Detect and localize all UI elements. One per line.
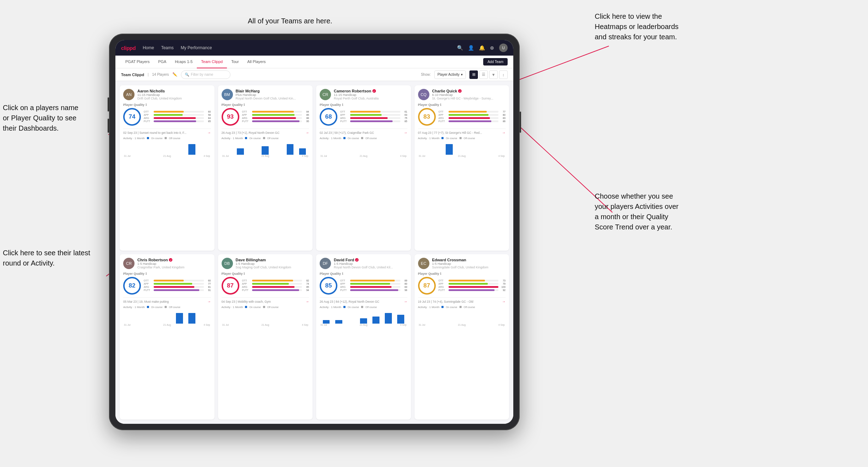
latest-round[interactable]: 07 Aug 23 | 77 (+7), St George's Hill GC… <box>418 129 506 135</box>
subnav-tour[interactable]: Tour <box>227 56 243 68</box>
oncourse-legend-dot <box>245 137 247 139</box>
latest-round[interactable]: 19 Jul 23 | 74 (+4), Sunningdale GC - Ol… <box>418 297 506 303</box>
round-arrow-icon[interactable]: → <box>502 300 506 303</box>
players-grid: AN Aaron Nicholls 11-15 Handicap Drift G… <box>115 81 513 424</box>
player-name[interactable]: Aaron Nicholls <box>137 89 211 93</box>
player-card[interactable]: EC Edward Crossman 1-5 Handicap Sunningd… <box>415 254 509 420</box>
profile-icon[interactable]: 👤 <box>468 45 474 51</box>
oncourse-legend-dot <box>343 306 346 308</box>
view-sort-button[interactable]: ↕ <box>499 70 508 79</box>
oncourse-legend-text: On course <box>151 306 162 308</box>
quality-section[interactable]: 82 OTT 60 APP 77 ARG 81 <box>123 277 211 295</box>
quality-circle[interactable]: 87 <box>418 277 436 295</box>
quality-section[interactable]: 87 OTT 82 APP 74 ARG 85 <box>222 277 309 295</box>
offcourse-legend-dot <box>165 137 167 139</box>
add-team-button[interactable]: Add Team <box>483 58 508 66</box>
quality-section[interactable]: 74 OTT 60 APP 58 ARG 84 <box>123 108 211 126</box>
search-icon[interactable]: 🔍 <box>457 45 463 51</box>
quality-bars: OTT 60 APP 77 ARG 81 PUTT 91 <box>144 279 211 292</box>
round-arrow-icon[interactable]: → <box>305 300 309 303</box>
player-card[interactable]: CQ Charlie Quick ✓ 6-10 Handicap St. Geo… <box>415 85 509 251</box>
nav-teams[interactable]: Teams <box>161 45 173 50</box>
quality-section[interactable]: 68 OTT 61 APP 63 ARG 75 <box>320 108 407 126</box>
player-card[interactable]: CR Chris Robertson ✓ 1-5 Handicap Craigm… <box>120 254 215 420</box>
player-card[interactable]: BM Blair McHarg Plus Handicap Royal Nort… <box>218 85 313 251</box>
quality-circle[interactable]: 87 <box>222 277 239 295</box>
bar-ott-row: OTT 89 <box>340 279 407 282</box>
player-name[interactable]: Edward Crossman <box>432 258 506 262</box>
player-handicap: 1-5 Handicap <box>334 262 407 266</box>
player-name[interactable]: Charlie Quick ✓ <box>432 89 506 93</box>
player-name[interactable]: Dave Billingham <box>236 258 309 262</box>
bar-arg-row: ARG 88 <box>242 117 309 119</box>
activity-section: Activity · 1 Month On course Off course … <box>123 137 211 159</box>
show-select[interactable]: Player Activity ▾ <box>434 70 466 79</box>
nav-my-performance[interactable]: My Performance <box>181 45 212 50</box>
quality-section[interactable]: 85 OTT 89 APP 80 ARG 83 <box>320 277 407 295</box>
player-card[interactable]: CR Cameron Robertson ✓ 11-15 Handicap Ro… <box>316 85 411 251</box>
bar-ott-row: OTT 60 <box>144 110 211 113</box>
view-grid-button[interactable]: ⊞ <box>469 70 478 79</box>
bar-arg-row: ARG 75 <box>340 117 407 119</box>
quality-circle[interactable]: 93 <box>222 108 239 126</box>
player-club: Drift Golf Club, United Kingdom <box>137 97 211 100</box>
activity-header: Activity · 1 Month On course Off course <box>418 137 506 140</box>
quality-bars: OTT 60 APP 58 ARG 84 PUTT 85 <box>144 110 211 123</box>
player-header: DB Dave Billingham 1-5 Handicap Sog Magi… <box>222 258 309 269</box>
player-header: DF David Ford ✓ 1-5 Handicap Royal North… <box>320 258 407 269</box>
player-name[interactable]: Blair McHarg <box>236 89 309 93</box>
latest-round[interactable]: 02 Jul 23 | 59 (+17), Craigmillar Park G… <box>320 129 407 135</box>
player-handicap: 11-15 Handicap <box>137 93 211 97</box>
latest-round[interactable]: 05 Mar 23 | 19, Must make putting → <box>123 297 211 303</box>
nav-home[interactable]: Home <box>143 45 154 50</box>
player-name[interactable]: David Ford ✓ <box>334 258 407 262</box>
oncourse-legend-dot <box>147 137 149 139</box>
offcourse-legend-text: Off course <box>365 306 377 308</box>
quality-section[interactable]: 87 OTT 73 APP 79 ARG 103 <box>418 277 506 295</box>
round-arrow-icon[interactable]: → <box>207 131 211 135</box>
quality-circle[interactable]: 85 <box>320 277 337 295</box>
quality-bars: OTT 61 APP 63 ARG 75 PUTT 85 <box>340 110 407 123</box>
latest-round[interactable]: 02 Sep 23 | Sunset round to get back int… <box>123 129 211 135</box>
player-card[interactable]: DB Dave Billingham 1-5 Handicap Sog Magi… <box>218 254 313 420</box>
player-name[interactable]: Cameron Robertson ✓ <box>334 89 407 93</box>
quality-circle[interactable]: 82 <box>123 277 141 295</box>
user-avatar[interactable]: U <box>499 44 508 52</box>
player-card[interactable]: DF David Ford ✓ 1-5 Handicap Royal North… <box>316 254 411 420</box>
subnav-all-players[interactable]: All Players <box>243 56 270 68</box>
quality-bars: OTT 77 APP 80 ARG 83 PUTT 86 <box>439 110 506 123</box>
round-arrow-icon[interactable]: → <box>305 131 309 135</box>
quality-circle[interactable]: 68 <box>320 108 337 126</box>
round-arrow-icon[interactable]: → <box>207 300 211 303</box>
latest-round[interactable]: 26 Aug 23 | 73 (+1), Royal North Devon G… <box>222 129 309 135</box>
quality-circle[interactable]: 83 <box>418 108 436 126</box>
edit-icon[interactable]: ✏️ <box>172 72 177 77</box>
player-card[interactable]: AN Aaron Nicholls 11-15 Handicap Drift G… <box>120 85 215 251</box>
player-avatar: EC <box>418 258 429 269</box>
settings-icon[interactable]: ⊕ <box>490 45 494 51</box>
notification-icon[interactable]: 🔔 <box>479 45 485 51</box>
oncourse-legend-dot <box>147 306 149 308</box>
round-arrow-icon[interactable]: → <box>404 300 407 303</box>
bar-app-row: APP 63 <box>340 114 407 116</box>
quality-label: Player Quality ℹ <box>320 272 407 275</box>
view-filter-button[interactable]: ▼ <box>489 70 498 79</box>
round-arrow-icon[interactable]: → <box>502 131 506 135</box>
subnav-hcaps[interactable]: Hcaps 1-5 <box>171 56 197 68</box>
top-nav: clippd Home Teams My Performance 🔍 👤 🔔 ⊕… <box>115 40 513 56</box>
player-name[interactable]: Chris Robertson ✓ <box>137 258 211 262</box>
latest-round[interactable]: 04 Sep 23 | Mobility with coach, Gym → <box>222 297 309 303</box>
round-arrow-icon[interactable]: → <box>404 131 407 135</box>
quality-circle[interactable]: 74 <box>123 108 141 126</box>
latest-round[interactable]: 26 Aug 23 | 84 (+12), Royal North Devon … <box>320 297 407 303</box>
subnav-pga[interactable]: PGA <box>154 56 171 68</box>
quality-section[interactable]: 93 OTT 84 APP 85 ARG 88 <box>222 108 309 126</box>
subnav-pgat[interactable]: PGAT Players <box>121 56 154 68</box>
quality-label: Player Quality ℹ <box>123 103 211 107</box>
offcourse-legend-dot <box>459 137 462 139</box>
view-list-button[interactable]: ☰ <box>479 70 488 79</box>
subnav-team-clippd[interactable]: Team Clippd <box>197 56 227 68</box>
offcourse-legend-dot <box>361 306 363 308</box>
filter-search[interactable]: 🔍 Filter by name <box>181 70 230 79</box>
quality-section[interactable]: 83 OTT 77 APP 80 ARG 83 <box>418 108 506 126</box>
